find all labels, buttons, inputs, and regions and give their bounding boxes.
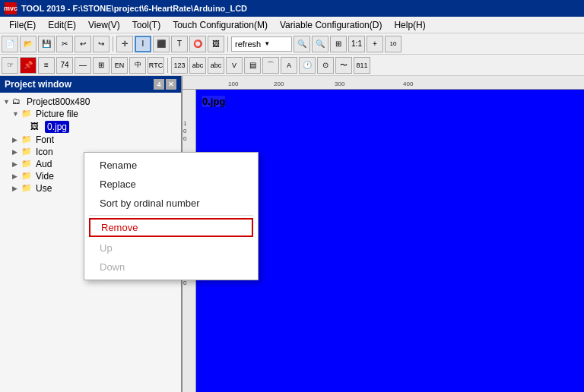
tb-plus-btn[interactable]: +: [367, 36, 383, 52]
tb-clock-btn[interactable]: 🕐: [299, 57, 316, 74]
context-menu: Rename Replace Sort by ordinal number Re…: [84, 152, 259, 280]
menu-tool[interactable]: Tool(T): [126, 18, 167, 32]
tb-circle-btn[interactable]: ⭕: [189, 36, 206, 52]
tb-wave-btn[interactable]: 〜: [335, 57, 352, 74]
canvas-filename: 0.jpg: [202, 96, 225, 107]
tb-minus-btn[interactable]: 10: [385, 36, 402, 52]
tb-zoom-actual-btn[interactable]: 1:1: [348, 36, 365, 52]
tb-redo-btn[interactable]: ↪: [93, 36, 110, 52]
toolbar-row1: 📄 📂 💾 ✂ ↩ ↪ ✛ I ⬛ T ⭕ 🖼 refresh ▼ 🔍 🔍 ⊞ …: [0, 33, 584, 55]
tb-list-btn[interactable]: ≡: [38, 57, 55, 74]
vruler-100c: 0: [183, 135, 186, 142]
pw-pin-btn[interactable]: 4: [154, 79, 164, 90]
ruler-mark-400: 400: [403, 81, 413, 87]
folder-icon: 📁: [21, 159, 33, 169]
collapse-icon: ▶: [12, 160, 21, 168]
menu-variable-config[interactable]: Variable Configuration(D): [274, 18, 389, 32]
vruler-300c: 0: [183, 280, 186, 286]
tb-grid-btn[interactable]: ⊞: [93, 57, 110, 74]
project-icon: 🗂: [12, 96, 24, 107]
menu-help[interactable]: Help(H): [388, 18, 431, 32]
refresh-dropdown[interactable]: refresh ▼: [231, 36, 292, 52]
tb-sep1: [113, 36, 113, 52]
tb-num-btn[interactable]: 74: [56, 57, 73, 74]
project-window-header: Project window 4 ✕: [0, 76, 181, 93]
menu-touch-config[interactable]: Touch Configuration(M): [167, 18, 274, 32]
tree-file-0jpg[interactable]: 🖼 0.jpg: [21, 120, 178, 134]
tb-en-btn[interactable]: EN: [111, 57, 128, 74]
tb-v-btn[interactable]: V: [226, 57, 243, 74]
tb-misc-btn[interactable]: 811: [354, 57, 370, 74]
title-text: TOOL 2019 - F:\STONE\project\6-HeartRate…: [21, 4, 247, 13]
tb-lines-btn[interactable]: —: [75, 57, 91, 74]
tb-a-btn[interactable]: A: [281, 57, 297, 74]
expand-icon: ▼: [3, 98, 12, 106]
tb-hand-btn[interactable]: ☞: [2, 57, 18, 74]
ctx-rename[interactable]: Rename: [84, 156, 258, 175]
file-icon: 🖼: [30, 122, 43, 132]
ctx-remove[interactable]: Remove: [89, 218, 253, 237]
tb-flag-btn[interactable]: 📌: [20, 57, 36, 74]
tb-zoom-fit-btn[interactable]: ⊞: [330, 36, 347, 52]
folder-icon: 📁: [21, 183, 33, 194]
dropdown-arrow-icon: ▼: [264, 40, 270, 47]
tb-undo-btn[interactable]: ↩: [75, 36, 91, 52]
tb-rect-btn[interactable]: ⬛: [153, 36, 170, 52]
menu-view[interactable]: View(V): [82, 18, 126, 32]
tree-picture-file[interactable]: ▼ 📁 Picture file: [12, 108, 178, 120]
ctx-replace[interactable]: Replace: [84, 175, 258, 194]
toolbar-row2: ☞ 📌 ≡ 74 — ⊞ EN 中 RTC 123 abc abc V ▤ ⌒ …: [0, 55, 584, 76]
ctx-sort[interactable]: Sort by ordinal number: [84, 194, 258, 213]
tree-icon-label: Icon: [36, 147, 53, 157]
folder-icon: 📁: [21, 134, 33, 145]
tb-abc2-btn[interactable]: abc: [208, 57, 224, 74]
tree-font[interactable]: ▶ 📁 Font: [12, 134, 178, 146]
tb-new-btn[interactable]: 📄: [2, 36, 18, 52]
tree-root-label: Project800x480: [27, 96, 90, 107]
menu-edit[interactable]: Edit(E): [42, 18, 82, 32]
ruler-horizontal: 100 200 300 400: [182, 76, 584, 90]
tb-bar-btn[interactable]: ▤: [244, 57, 261, 74]
ctx-sep: [89, 215, 253, 216]
tb-open-btn[interactable]: 📂: [20, 36, 36, 52]
tb-cut-btn[interactable]: ✂: [56, 36, 73, 52]
tb-abc-btn[interactable]: abc: [189, 57, 206, 74]
pw-close-btn[interactable]: ✕: [166, 79, 176, 90]
tb-sep3: [167, 58, 168, 73]
ctx-up: Up: [84, 239, 258, 258]
expand-icon: ▼: [12, 110, 21, 118]
vruler-100: 1: [183, 120, 186, 127]
collapse-icon: ▶: [12, 148, 21, 156]
tree-audio-label: Aud: [36, 159, 52, 169]
tb-dial-btn[interactable]: ⊙: [317, 57, 334, 74]
tb-save-btn[interactable]: 💾: [38, 36, 55, 52]
tree-video-label: Vide: [36, 171, 54, 182]
ruler-mark-300: 300: [335, 81, 344, 87]
collapse-icon: ▶: [12, 172, 21, 180]
vruler-100b: 0: [183, 128, 186, 134]
collapse-icon: ▶: [12, 185, 21, 192]
tb-123-btn[interactable]: 123: [171, 57, 188, 74]
tb-select-btn[interactable]: I: [135, 36, 151, 52]
tree-file-0jpg-label: 0.jpg: [45, 121, 69, 133]
tb-arc-btn[interactable]: ⌒: [262, 57, 279, 74]
tb-sep2: [227, 36, 228, 52]
ruler-mark-100: 100: [228, 81, 238, 87]
folder-icon: 📁: [21, 171, 33, 182]
tb-zh-btn[interactable]: 中: [129, 57, 146, 74]
title-bar: mvc TOOL 2019 - F:\STONE\project\6-Heart…: [0, 0, 584, 17]
tb-cursor-btn[interactable]: ✛: [116, 36, 133, 52]
tb-zoom-out-btn[interactable]: 🔍: [312, 36, 328, 52]
ruler-mark-200: 200: [274, 81, 284, 87]
ctx-down: Down: [84, 258, 258, 277]
tb-text-btn[interactable]: T: [171, 36, 188, 52]
folder-icon: 📁: [21, 147, 33, 157]
pw-controls: 4 ✕: [154, 79, 176, 90]
tb-img-btn[interactable]: 🖼: [208, 36, 224, 52]
tree-root[interactable]: ▼ 🗂 Project800x480: [3, 96, 178, 108]
tb-rtc-btn[interactable]: RTC: [148, 57, 164, 74]
tb-zoom-in-btn[interactable]: 🔍: [294, 36, 310, 52]
menu-file[interactable]: File(E): [3, 18, 42, 32]
tree-font-label: Font: [36, 134, 54, 145]
tree-picture-label: Picture file: [36, 109, 78, 119]
